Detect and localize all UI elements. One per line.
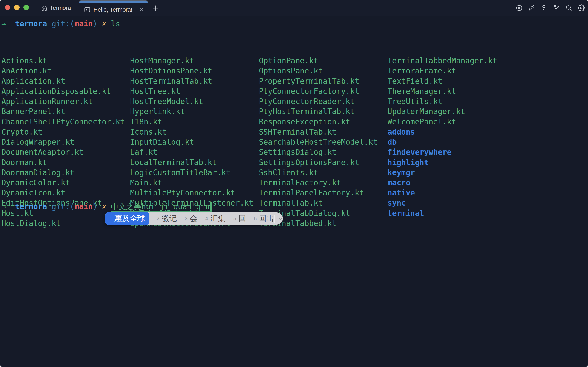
file-entry[interactable]: Hyperlink.kt <box>130 107 259 117</box>
tab-hello-termora[interactable]: Hello, Termora! <box>79 0 148 16</box>
prompt-cwd: termora <box>15 19 47 28</box>
chevron-down-icon[interactable] <box>278 199 299 239</box>
file-entry[interactable]: TreeUtils.kt <box>388 96 516 107</box>
file-entry[interactable]: PropertyTerminalTab.kt <box>259 76 388 86</box>
file-entry[interactable]: I18n.kt <box>130 117 259 127</box>
ime-more-section <box>274 212 302 225</box>
file-entry[interactable]: Doorman.kt <box>1 158 130 168</box>
file-entry[interactable]: HostOptionsPane.kt <box>130 66 259 76</box>
file-entry[interactable]: native <box>388 188 516 198</box>
file-entry[interactable]: MultiplePtyConnector.kt <box>130 188 259 198</box>
git-dirty-mark: ✗ <box>102 202 106 211</box>
command-text: ls <box>111 19 120 28</box>
file-entry[interactable]: DialogWrapper.kt <box>1 137 130 147</box>
text-cursor <box>210 202 213 211</box>
file-entry[interactable]: ThemeManager.kt <box>388 86 516 96</box>
file-entry[interactable]: PtyConnectorFactory.kt <box>259 86 388 96</box>
file-entry[interactable]: macro <box>388 178 516 188</box>
file-entry[interactable]: HostTreeModel.kt <box>130 96 259 107</box>
ime-candidate[interactable]: 1 惠及全球 <box>105 212 149 225</box>
file-entry[interactable]: DynamicIcon.kt <box>1 188 130 198</box>
file-entry[interactable]: LocalTerminalTab.kt <box>130 158 259 168</box>
file-entry[interactable]: AnAction.kt <box>1 66 130 76</box>
file-entry[interactable]: InputDialog.kt <box>130 137 259 147</box>
file-entry[interactable]: keymgr <box>388 168 516 178</box>
candidate-text: 回 <box>238 213 246 224</box>
file-entry[interactable]: Laf.kt <box>130 147 259 157</box>
branch-icon[interactable] <box>553 4 560 11</box>
file-entry[interactable]: ResponseException.kt <box>259 117 388 127</box>
file-entry[interactable]: DoormanDialog.kt <box>1 168 130 178</box>
file-entry[interactable]: WelcomePanel.kt <box>388 117 516 127</box>
file-entry[interactable]: OptionsPane.kt <box>259 66 388 76</box>
file-entry[interactable]: sync <box>388 198 516 208</box>
file-entry[interactable]: BannerPanel.kt <box>1 107 130 117</box>
ime-candidate[interactable]: 6 回击 <box>254 212 274 225</box>
file-entry[interactable]: DynamicColor.kt <box>1 178 130 188</box>
file-entry[interactable]: terminal <box>388 208 516 218</box>
file-entry[interactable]: LogicCustomTitleBar.kt <box>130 168 259 178</box>
file-entry[interactable]: TextField.kt <box>388 76 516 86</box>
search-icon[interactable] <box>565 4 572 11</box>
ime-candidate[interactable]: 2 徽记 <box>157 212 177 225</box>
traffic-light-close[interactable] <box>5 5 10 10</box>
git-suffix: ) <box>93 19 97 28</box>
file-entry[interactable]: TerminalTabbedManager.kt <box>388 56 516 66</box>
file-entry[interactable]: TerminalPanelFactory.kt <box>259 188 388 198</box>
git-prefix: git:( <box>52 202 75 211</box>
candidate-number: 1 <box>110 216 112 222</box>
candidate-number: 5 <box>233 216 236 222</box>
candidate-text: 会 <box>190 213 197 224</box>
ime-candidate[interactable]: 4 汇集 <box>205 212 225 225</box>
file-entry[interactable]: PtyConnectorReader.kt <box>259 96 388 107</box>
file-entry[interactable]: SSHTerminalTab.kt <box>259 127 388 137</box>
candidate-number: 4 <box>205 216 208 222</box>
file-entry[interactable]: HostTerminalTab.kt <box>130 76 259 86</box>
file-entry[interactable]: HostManager.kt <box>130 56 259 66</box>
file-entry[interactable]: ChannelShellPtyConnector.kt <box>1 117 130 127</box>
file-entry[interactable]: Icons.kt <box>130 127 259 137</box>
file-entry[interactable]: TermoraFrame.kt <box>388 66 516 76</box>
traffic-light-minimize[interactable] <box>14 5 19 10</box>
tab-active-accent <box>79 1 148 3</box>
file-entry[interactable]: ApplicationDisposable.kt <box>1 86 130 96</box>
file-entry[interactable]: findeverywhere <box>388 147 516 157</box>
file-entry[interactable]: Crypto.kt <box>1 127 130 137</box>
git-branch: main <box>75 19 93 28</box>
terminal-screen[interactable]: →termoragit:(main)✗ls Actions.ktAnAction… <box>0 17 588 367</box>
pencil-icon[interactable] <box>528 4 535 11</box>
git-branch: main <box>75 202 93 211</box>
file-entry[interactable]: Actions.kt <box>1 56 130 66</box>
file-entry[interactable]: UpdaterManager.kt <box>388 107 516 117</box>
ime-composition-text[interactable]: 中文之美hui ji quan qiu <box>111 202 213 212</box>
file-entry[interactable]: TerminalFactory.kt <box>259 178 388 188</box>
prompt-cwd: termora <box>15 202 47 211</box>
gear-icon[interactable] <box>578 4 585 11</box>
file-entry[interactable]: highlight <box>388 158 516 168</box>
tab-title: Hello, Termora! <box>94 6 136 13</box>
prompt-arrow: → <box>1 202 6 211</box>
file-entry[interactable]: DocumentAdaptor.kt <box>1 147 130 157</box>
ime-candidate[interactable]: 3 会 <box>185 212 197 225</box>
file-entry[interactable]: SearchableHostTreeModel.kt <box>259 137 388 147</box>
file-entry[interactable]: PtyHostTerminalTab.kt <box>259 107 388 117</box>
ime-candidate[interactable]: 5 回 <box>233 212 246 225</box>
file-entry[interactable]: SettingsDialog.kt <box>259 147 388 157</box>
file-entry[interactable]: addons <box>388 127 516 137</box>
file-entry[interactable]: db <box>388 137 516 147</box>
key-icon[interactable] <box>540 4 547 11</box>
traffic-light-zoom[interactable] <box>24 5 29 10</box>
file-entry[interactable]: Application.kt <box>1 76 130 86</box>
ime-candidate-bar: 1 惠及全球 2 徽记 3 会 4 汇集 5 回 6 回击 <box>105 212 283 225</box>
file-entry[interactable]: HostTree.kt <box>130 86 259 96</box>
file-entry[interactable]: Main.kt <box>130 178 259 188</box>
record-icon[interactable] <box>516 4 523 11</box>
file-entry[interactable]: OptionPane.kt <box>259 56 388 66</box>
home-tab[interactable]: Termora <box>39 0 73 16</box>
new-tab-button[interactable] <box>150 1 161 15</box>
file-entry[interactable]: SshClients.kt <box>259 168 388 178</box>
file-entry[interactable]: SettingsOptionsPane.kt <box>259 158 388 168</box>
file-entry[interactable]: ApplicationRunner.kt <box>1 96 130 107</box>
close-icon[interactable] <box>139 7 144 12</box>
ls-column-2: HostManager.ktHostOptionsPane.ktHostTerm… <box>130 29 259 228</box>
